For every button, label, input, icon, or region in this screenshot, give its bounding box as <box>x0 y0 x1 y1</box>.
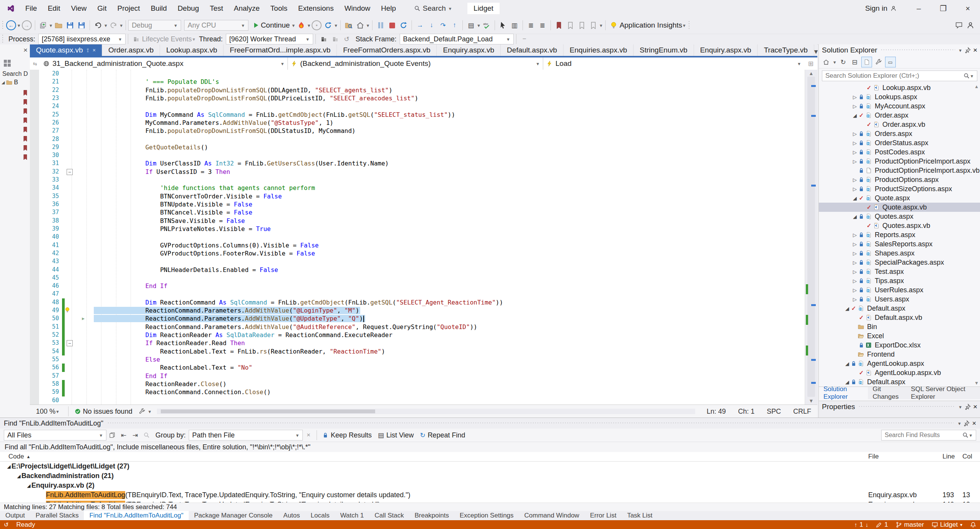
scroll-down-icon[interactable]: ▼ <box>805 398 817 404</box>
stack-frame-dropdown[interactable]: Backend_Default.Page_Load▾ <box>400 34 514 44</box>
code-line-28[interactable]: 28 <box>30 135 805 143</box>
navigate-forward-button[interactable]: → <box>21 19 33 31</box>
tool-tab-sql-server-object-explorer[interactable]: SQL Server Object Explorer <box>906 387 980 399</box>
menu-project[interactable]: Project <box>112 0 145 17</box>
unwind-icon[interactable]: − <box>519 33 530 45</box>
menu-file[interactable]: File <box>20 0 42 17</box>
chevron-expanded-icon[interactable]: ◢ <box>6 464 11 469</box>
editor-vertical-scrollbar[interactable]: ▲ ▼ <box>805 70 817 405</box>
close-icon[interactable]: × <box>23 46 28 54</box>
chevron-down-icon[interactable]: ▾ <box>477 23 481 28</box>
undo-button[interactable] <box>92 19 104 31</box>
chevron-down-icon[interactable]: ▾ <box>148 409 152 414</box>
sync-with-active-document-icon[interactable]: ↻ <box>838 57 848 67</box>
solution-explorer-search-input[interactable]: Search Solution Explorer (Ctrl+;) ▾ <box>822 70 977 81</box>
column-col[interactable]: Col <box>962 453 972 460</box>
tab-enquiry.aspx.vb[interactable]: Enquiry.aspx.vb <box>437 44 501 56</box>
tree-item-users.aspx[interactable]: ▷Users.aspx <box>819 295 980 304</box>
notifications-bell-icon[interactable] <box>966 522 980 528</box>
code-line-39[interactable]: 39 PNLPrivateNotes.Visible = True <box>30 225 805 233</box>
search-again-icon[interactable] <box>141 429 152 441</box>
bottom-tab-command-window[interactable]: Command Window <box>519 511 585 520</box>
chevron-collapsed-icon[interactable]: ▷ <box>852 269 858 275</box>
solution-configuration-dropdown[interactable]: Debug▾ <box>128 20 181 31</box>
bottom-tab-error-list[interactable]: Error List <box>585 511 622 520</box>
properties-wrench-icon[interactable] <box>874 57 884 67</box>
navigate-back-button[interactable]: ← <box>5 19 17 31</box>
pin-icon[interactable] <box>962 404 973 410</box>
tree-item-lookup.aspx.vb[interactable]: ✓Lookup.aspx.vb <box>819 83 980 92</box>
line-ending-indicator[interactable]: CRLF <box>787 408 817 416</box>
code-line-44[interactable]: 44 PNLHeaderDetails.Enabled = False <box>30 266 805 274</box>
chevron-collapsed-icon[interactable]: ▷ <box>852 296 858 302</box>
chevron-expanded-icon[interactable]: ◢ <box>844 361 850 367</box>
tool-tab-solution-explorer[interactable]: Solution Explorer <box>819 387 868 399</box>
fold-collapse-icon[interactable]: – <box>67 169 73 175</box>
lifecycle-events-dropdown[interactable]: Lifecycle Events <box>142 35 192 43</box>
tree-item-shapes.aspx[interactable]: ▷Shapes.aspx <box>819 249 980 258</box>
select-element-button[interactable] <box>497 19 509 31</box>
tree-item-reports.aspx[interactable]: ▷Reports.aspx <box>819 230 980 239</box>
code-editor[interactable]: 2021 ' === Populate DDL's22 FnLib.popula… <box>30 70 817 405</box>
code-line-47[interactable]: 47 <box>30 290 805 298</box>
user-options-button[interactable] <box>965 19 976 31</box>
bookmark-icon[interactable] <box>22 99 28 105</box>
menu-help[interactable]: Help <box>376 0 401 17</box>
repeat-find-button[interactable]: ↻ Repeat Find <box>417 431 468 439</box>
pending-edits-indicator[interactable]: 1 <box>872 521 892 529</box>
code-line-60[interactable]: 60 <box>30 396 805 405</box>
list-view-toggle[interactable]: ▤ List View <box>375 431 417 439</box>
chevron-expanded-icon[interactable]: ◢ <box>852 214 858 219</box>
tree-item-order.aspx[interactable]: ◢✓Order.aspx <box>819 111 980 120</box>
redo-button[interactable] <box>108 19 119 31</box>
result-group-row[interactable]: ◢Enquiry.aspx.vb (2) <box>0 481 980 490</box>
chevron-collapsed-icon[interactable]: ▷ <box>852 159 858 164</box>
close-icon[interactable]: × <box>972 419 976 427</box>
chevron-down-icon[interactable]: ▾ <box>307 23 311 28</box>
tree-item-postcodes.aspx[interactable]: ▷PostCodes.aspx <box>819 147 980 157</box>
code-line-37[interactable]: 37 BTNCancel.Visible = False <box>30 208 805 216</box>
step-into-button[interactable]: ↓ <box>426 19 437 31</box>
tree-item-productsizeoptions.aspx[interactable]: ▷ProductSizeOptions.aspx <box>819 184 980 193</box>
bottom-tab-output[interactable]: Output <box>0 511 30 520</box>
next-bookmark-button[interactable] <box>576 19 588 31</box>
code-line-41[interactable]: 41 GVProductOptions.Columns(0).Visible =… <box>30 241 805 249</box>
toggle-flagged-threads-icon[interactable]: ↺ <box>341 33 353 45</box>
window-position-icon[interactable]: ▾ <box>958 47 962 53</box>
code-line-30[interactable]: 30 <box>30 151 805 159</box>
menu-debug[interactable]: Debug <box>172 0 204 17</box>
code-line-38[interactable]: 38 BTNSave.Visible = False <box>30 217 805 225</box>
show-next-statement-button[interactable]: → <box>414 19 426 31</box>
tab-stringenum.vb[interactable]: StringEnum.vb <box>634 44 694 56</box>
code-line-20[interactable]: 20 <box>30 70 805 78</box>
chevron-down-icon[interactable]: ▾ <box>682 23 686 28</box>
code-line-50[interactable]: 50▸ ReactionCommand.Parameters.AddWithVa… <box>30 314 805 323</box>
copy-icon[interactable] <box>106 429 118 441</box>
close-icon[interactable]: × <box>93 47 96 53</box>
code-line-57[interactable]: 57 End If <box>30 372 805 380</box>
menu-edit[interactable]: Edit <box>42 0 66 17</box>
tab-enquiries.aspx.vb[interactable]: Enquiries.aspx.vb <box>564 44 634 56</box>
background-tasks-icon[interactable]: ↺ <box>0 521 13 528</box>
tree-item-frontend[interactable]: Frontend <box>819 350 980 359</box>
tree-item-default.aspx[interactable]: ◢✓Default.aspx <box>819 304 980 313</box>
bookmark-icon[interactable] <box>22 145 28 151</box>
column-line[interactable]: Line <box>942 453 955 460</box>
code-line-43[interactable]: 43 <box>30 257 805 265</box>
bottom-tab-breakpoints[interactable]: Breakpoints <box>409 511 454 520</box>
chevron-down-icon[interactable]: ▾ <box>969 432 973 438</box>
chevron-collapsed-icon[interactable]: ▷ <box>852 186 858 192</box>
step-over-button[interactable]: ↷ <box>437 19 449 31</box>
minimize-button[interactable]: – <box>906 0 931 17</box>
split-window-icon[interactable]: ⊞ <box>804 60 817 68</box>
indent-increase-button[interactable]: ≣ <box>537 19 548 31</box>
new-project-button[interactable] <box>38 19 49 31</box>
tree-item-bin[interactable]: Bin <box>819 322 980 331</box>
dom-explorer-button[interactable]: ▥ <box>509 19 520 31</box>
bottom-tab-watch-1[interactable]: Watch 1 <box>335 511 369 520</box>
scope-filter-dropdown[interactable]: All Files▾ <box>4 430 106 441</box>
cancel-icon[interactable]: × <box>303 429 314 441</box>
bookmark-icon[interactable] <box>22 108 28 114</box>
chevron-collapsed-icon[interactable]: ▷ <box>852 149 858 155</box>
tab-default.aspx.vb[interactable]: Default.aspx.vb <box>501 44 564 56</box>
